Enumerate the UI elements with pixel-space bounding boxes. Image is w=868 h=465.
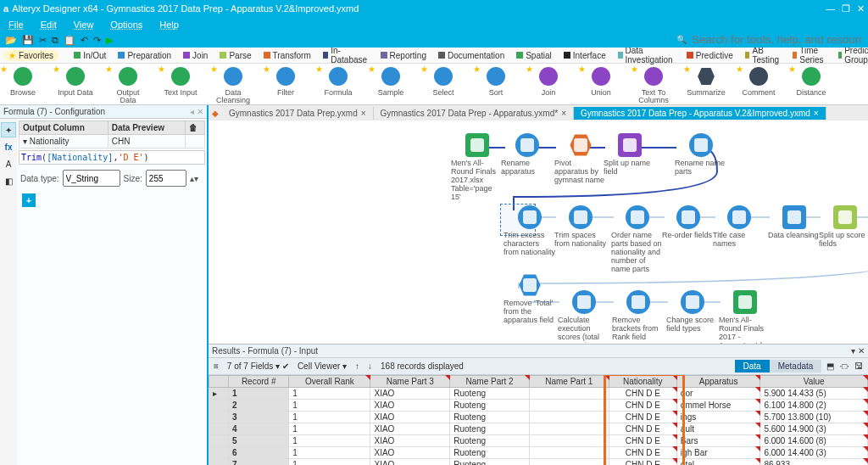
cell[interactable]: 1 — [289, 423, 370, 435]
workflow-node[interactable]: Split up score fields — [819, 205, 868, 248]
results-grid[interactable]: Record #Overall RankName Part 3Name Part… — [209, 375, 868, 465]
workflow-node[interactable]: Pivot apparatus by gymnast name — [554, 133, 607, 184]
cell[interactable]: Ruoteng — [450, 423, 530, 435]
ribbon-tab-predictive-grouping[interactable]: Predictive Grouping — [833, 46, 868, 64]
workflow-node[interactable]: Order name parts based on nationality an… — [611, 205, 664, 273]
output-column-value[interactable]: ▾ Nationality — [19, 135, 108, 148]
ribbon-tab-ab-testing[interactable]: AB Testing — [740, 46, 787, 64]
cell[interactable]: Ruoteng — [450, 388, 530, 400]
table-row[interactable]: 51XIAORuotengCHN D EBars6.000 14.600 (8) — [209, 435, 868, 447]
close-button[interactable]: ✕ — [857, 3, 865, 14]
workflow-node[interactable]: Men's All-Round Finals 2017 - Apparatus.… — [719, 290, 771, 344]
cell[interactable] — [529, 388, 609, 400]
cell[interactable]: CHN D E — [609, 400, 676, 412]
menu-file[interactable]: File — [0, 20, 32, 30]
cell[interactable]: Ruoteng — [450, 459, 530, 466]
cell[interactable]: 1 — [289, 388, 370, 400]
cell[interactable]: CHN D E — [609, 447, 676, 459]
cell[interactable]: 1 — [289, 435, 370, 447]
ribbon-tab-interface[interactable]: Interface — [559, 51, 611, 60]
table-row[interactable]: 61XIAORuotengCHN D Eigh Bar6.000 14.400 … — [209, 447, 868, 459]
cell[interactable] — [529, 412, 609, 423]
results-collapse-icon[interactable]: ▾ ✕ — [851, 346, 865, 356]
ribbon-tab-predictive[interactable]: Predictive — [682, 51, 738, 60]
doc-tab[interactable]: Gymnastics 2017 Data Prep.yxmd × — [222, 107, 374, 120]
undo-icon[interactable]: ↶ — [81, 35, 88, 46]
column-header[interactable]: Name Part 3 — [370, 376, 450, 388]
sort-asc-icon[interactable]: ↑ — [355, 361, 359, 371]
add-expression-button[interactable]: + — [22, 193, 36, 207]
close-icon[interactable]: × — [361, 109, 366, 118]
cell[interactable]: 86.933 — [760, 459, 868, 466]
save-icon[interactable]: 💾 — [22, 35, 34, 46]
copy-icon[interactable]: ⧉ — [52, 35, 58, 46]
ribbon-tab-in-database[interactable]: In-Database — [318, 46, 374, 64]
cell-viewer[interactable]: Cell Viewer ▾ — [298, 361, 347, 371]
cell[interactable]: 4 — [229, 423, 289, 435]
workflow-node[interactable]: Title case names — [713, 205, 765, 248]
ribbon-tab-spatial[interactable]: Spatial — [511, 51, 557, 60]
tool-browse[interactable]: ★Browse — [3, 65, 42, 97]
column-header[interactable]: Name Part 2 — [450, 376, 530, 388]
cell[interactable]: 6 — [229, 447, 289, 459]
tool-filter[interactable]: ★Filter — [266, 65, 305, 97]
menu-edit[interactable]: Edit — [32, 20, 65, 30]
cell[interactable]: CHN D E — [609, 423, 676, 435]
cell[interactable] — [529, 435, 609, 447]
workflow-node[interactable]: Rename name parts — [675, 133, 727, 176]
cell[interactable]: XIAO — [370, 459, 450, 466]
maximize-button[interactable]: ❐ — [842, 3, 850, 14]
cell[interactable] — [529, 459, 609, 466]
cell[interactable]: XIAO — [370, 400, 450, 412]
table-row[interactable]: 31XIAORuotengCHN D Eings5.700 13.800 (10… — [209, 412, 868, 423]
cell[interactable]: XIAO — [370, 388, 450, 400]
column-header[interactable]: Overall Rank — [289, 376, 370, 388]
cell[interactable]: 6.000 14.400 (3) — [760, 447, 868, 459]
config-close-icon[interactable]: ◂ ✕ — [190, 107, 203, 116]
tool-data-cleansing[interactable]: ★Data Cleansing — [214, 65, 253, 104]
tool-union[interactable]: ★Union — [581, 65, 620, 97]
close-icon[interactable]: × — [561, 109, 566, 118]
cell[interactable]: ommel Horse — [676, 400, 760, 412]
column-header[interactable]: Name Part 1 — [529, 376, 609, 388]
menu-view[interactable]: View — [65, 20, 103, 30]
tool-text-input[interactable]: ★Text Input — [161, 65, 200, 97]
ribbon-tab-favorites[interactable]: ★Favorites — [3, 50, 58, 61]
results-action-icon-1[interactable]: ⬒ — [826, 361, 834, 371]
cell[interactable]: XIAO — [370, 412, 450, 423]
cell[interactable]: Ruoteng — [450, 400, 530, 412]
results-menu-icon[interactable]: ≡ — [214, 361, 219, 371]
cell[interactable]: XIAO — [370, 423, 450, 435]
cell[interactable]: Ruoteng — [450, 435, 530, 447]
tool-summarize[interactable]: ★Summarize — [687, 65, 726, 97]
cell[interactable]: XIAO — [370, 435, 450, 447]
cell[interactable]: 1 — [229, 388, 289, 400]
workflow-node[interactable]: Calculate execution scores (total score … — [558, 290, 610, 344]
doc-tab[interactable]: Gymnastics 2017 Data Prep - Apparatus.yx… — [374, 107, 574, 120]
tool-text-to-columns[interactable]: ★Text To Columns — [634, 65, 673, 104]
search-input[interactable] — [690, 32, 863, 47]
cell[interactable]: 6.100 14.800 (2) — [760, 400, 868, 412]
config-tab-nav[interactable]: ◧ — [1, 173, 16, 188]
size-input[interactable] — [146, 170, 186, 187]
cell[interactable]: ault — [676, 423, 760, 435]
data-metadata-toggle[interactable]: Data Metadata — [735, 360, 822, 373]
ribbon-tab-preparation[interactable]: Preparation — [113, 51, 176, 60]
close-icon[interactable]: × — [814, 109, 819, 118]
redo-icon[interactable]: ↷ — [93, 35, 101, 46]
data-type-select[interactable] — [63, 170, 120, 187]
cell[interactable]: 5.700 13.800 (10) — [760, 412, 868, 423]
workflow-node[interactable]: Trim excess characters from nationality — [504, 205, 556, 256]
ribbon-tab-documentation[interactable]: Documentation — [433, 51, 509, 60]
cell[interactable] — [529, 400, 609, 412]
ribbon-tab-time-series[interactable]: Time Series — [787, 46, 831, 64]
cell[interactable]: CHN D E — [609, 388, 676, 400]
column-header[interactable]: Record # — [229, 376, 289, 388]
workflow-node[interactable]: Re-order fields — [662, 205, 715, 239]
metadata-toggle[interactable]: Metadata — [770, 360, 822, 373]
cell[interactable]: 1 — [289, 447, 370, 459]
paste-icon[interactable]: 📋 — [64, 35, 75, 46]
ribbon-tab-transform[interactable]: Transform — [259, 51, 316, 60]
ribbon-tab-in-out[interactable]: In/Out — [69, 51, 111, 60]
tool-formula[interactable]: ★Formula — [319, 65, 358, 97]
